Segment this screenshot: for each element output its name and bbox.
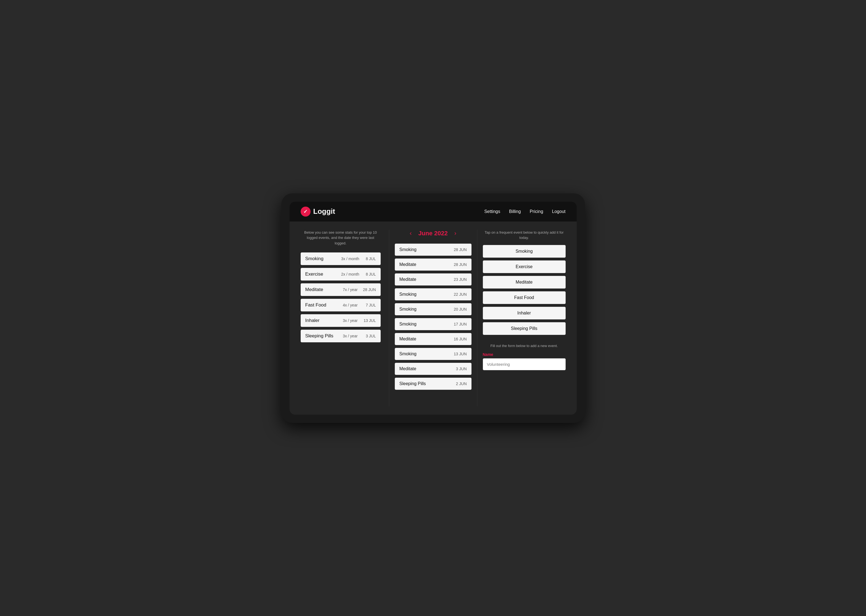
log-entry[interactable]: Meditate 23 JUN: [395, 273, 471, 286]
stat-date: 28 JUN: [362, 288, 376, 292]
calendar-nav: ‹ June 2022 ›: [395, 230, 471, 237]
stat-freq: 3x / year: [339, 334, 362, 338]
device-frame: ✓ Loggit Settings Billing Pricing Logout…: [281, 193, 585, 423]
stat-freq: 3x / month: [339, 256, 362, 261]
stat-date: 7 JUL: [362, 303, 376, 307]
log-event-date: 16 JUN: [454, 337, 467, 341]
stat-date: 3 JUL: [362, 334, 376, 338]
log-event-name: Meditate: [400, 366, 416, 371]
new-event-form: Name: [483, 352, 566, 370]
nav-settings[interactable]: Settings: [484, 209, 500, 214]
stat-name: Inhaler: [305, 318, 339, 323]
log-entry[interactable]: Smoking 28 JUN: [395, 244, 471, 256]
log-event-date: 28 JUN: [454, 247, 467, 252]
stats-description: Below you can see some stats for your to…: [301, 230, 381, 246]
quick-add-button[interactable]: Sleeping Pills: [483, 322, 566, 335]
nav-billing[interactable]: Billing: [509, 209, 521, 214]
log-event-date: 3 JUN: [456, 367, 467, 371]
name-input[interactable]: [483, 358, 566, 370]
log-event-name: Sleeping Pills: [400, 381, 426, 386]
log-event-date: 20 JUN: [454, 307, 467, 311]
log-entry[interactable]: Sleeping Pills 2 JUN: [395, 378, 471, 390]
stat-date: 8 JUL: [362, 272, 376, 277]
stat-freq: 2x / month: [339, 272, 362, 277]
quick-buttons-list: SmokingExerciseMeditateFast FoodInhalerS…: [483, 245, 566, 338]
log-entry[interactable]: Smoking 17 JUN: [395, 318, 471, 330]
stat-freq: 3x / year: [339, 318, 362, 323]
stat-date: 8 JUL: [362, 256, 376, 261]
log-event-date: 23 JUN: [454, 277, 467, 282]
new-event-description: Fill out the form below to add a new eve…: [483, 343, 566, 349]
panel-left: Below you can see some stats for your to…: [301, 230, 389, 406]
quick-add-button[interactable]: Exercise: [483, 261, 566, 273]
log-entry[interactable]: Smoking 13 JUN: [395, 348, 471, 360]
log-entry[interactable]: Smoking 22 JUN: [395, 288, 471, 300]
nav-pricing[interactable]: Pricing: [530, 209, 543, 214]
stat-row[interactable]: Exercise 2x / month 8 JUL: [301, 268, 381, 281]
stat-name: Sleeping Pills: [305, 333, 339, 339]
stat-row[interactable]: Sleeping Pills 3x / year 3 JUL: [301, 330, 381, 343]
log-event-date: 22 JUN: [454, 292, 467, 297]
stat-name: Exercise: [305, 272, 339, 277]
stat-row[interactable]: Meditate 7x / year 28 JUN: [301, 283, 381, 296]
main-content: Below you can see some stats for your to…: [290, 222, 577, 415]
logo-area: ✓ Loggit: [301, 207, 335, 217]
log-event-name: Smoking: [400, 322, 417, 327]
stats-list: Smoking 3x / month 8 JUL Exercise 2x / m…: [301, 252, 381, 343]
stat-date: 13 JUL: [362, 318, 376, 323]
log-event-date: 17 JUN: [454, 322, 467, 326]
log-event-name: Meditate: [400, 336, 416, 341]
quick-add-button[interactable]: Inhaler: [483, 307, 566, 319]
nav-bar: ✓ Loggit Settings Billing Pricing Logout: [290, 202, 577, 222]
stat-row[interactable]: Smoking 3x / month 8 JUL: [301, 252, 381, 265]
log-entry[interactable]: Smoking 20 JUN: [395, 303, 471, 315]
stat-freq: 7x / year: [339, 288, 362, 292]
logo-text: Loggit: [313, 207, 335, 216]
log-event-name: Smoking: [400, 247, 417, 252]
stat-name: Fast Food: [305, 302, 339, 308]
log-event-name: Smoking: [400, 352, 417, 357]
nav-logout[interactable]: Logout: [552, 209, 566, 214]
quick-add-button[interactable]: Smoking: [483, 245, 566, 258]
stat-freq: 4x / year: [339, 303, 362, 307]
log-event-name: Smoking: [400, 307, 417, 312]
prev-month-button[interactable]: ‹: [410, 230, 412, 237]
logo-checkmark: ✓: [303, 209, 307, 215]
nav-links: Settings Billing Pricing Logout: [484, 209, 565, 214]
quick-add-description: Tap on a frequent event below to quickly…: [483, 230, 566, 240]
log-list: Smoking 28 JUN Meditate 28 JUN Meditate …: [395, 244, 471, 390]
name-label: Name: [483, 352, 566, 357]
log-entry[interactable]: Meditate 3 JUN: [395, 363, 471, 375]
logo-icon: ✓: [301, 207, 310, 217]
panel-right: Tap on a frequent event below to quickly…: [477, 230, 566, 406]
stat-name: Smoking: [305, 256, 339, 261]
quick-add-button[interactable]: Meditate: [483, 276, 566, 289]
stat-name: Meditate: [305, 287, 339, 292]
panel-center: ‹ June 2022 › Smoking 28 JUN Meditate 28…: [389, 230, 477, 406]
log-entry[interactable]: Meditate 28 JUN: [395, 258, 471, 270]
stat-row[interactable]: Inhaler 3x / year 13 JUL: [301, 314, 381, 327]
log-event-name: Meditate: [400, 277, 416, 282]
log-event-name: Smoking: [400, 292, 417, 297]
log-event-date: 2 JUN: [456, 382, 467, 386]
next-month-button[interactable]: ›: [454, 230, 456, 237]
log-event-date: 13 JUN: [454, 352, 467, 356]
stat-row[interactable]: Fast Food 4x / year 7 JUL: [301, 299, 381, 311]
log-event-date: 28 JUN: [454, 262, 467, 267]
log-entry[interactable]: Meditate 16 JUN: [395, 333, 471, 345]
app-window: ✓ Loggit Settings Billing Pricing Logout…: [290, 202, 577, 415]
log-event-name: Meditate: [400, 262, 416, 267]
quick-add-button[interactable]: Fast Food: [483, 291, 566, 304]
current-month: June 2022: [418, 230, 447, 237]
